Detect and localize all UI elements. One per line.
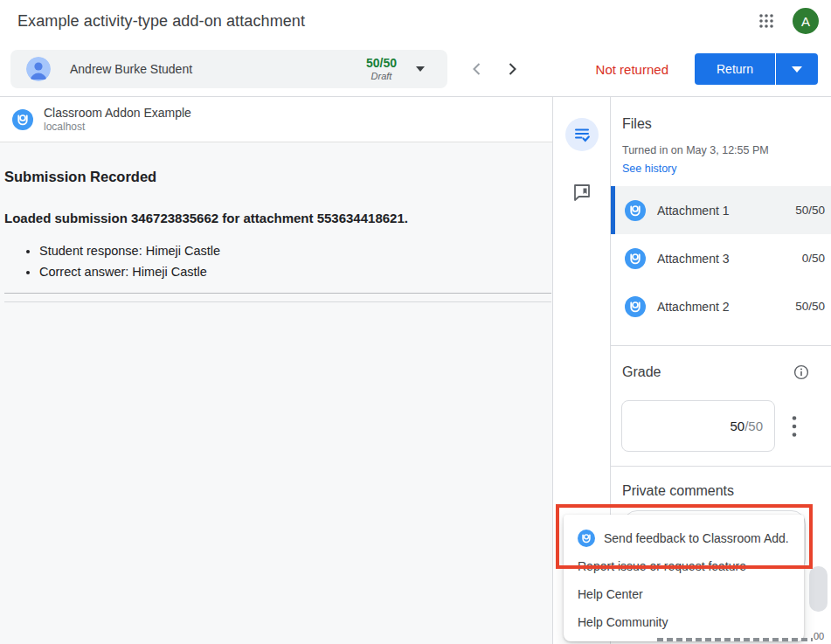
attachment-name: Attachment 1 <box>657 204 730 218</box>
addon-logo-icon <box>12 109 33 130</box>
chevron-down-icon <box>416 66 425 72</box>
divider <box>611 466 831 467</box>
addon-body: Submission Recorded Loaded submission 34… <box>0 142 552 644</box>
attachment-name: Attachment 2 <box>657 300 730 314</box>
addon-header: Classroom Addon Example localhost <box>0 97 552 142</box>
student-name: Andrew Burke Student <box>70 62 192 76</box>
submission-list: Student response: Himeji Castle Correct … <box>4 244 552 279</box>
list-item: Correct answer: Himeji Castle <box>39 265 552 279</box>
page-title: Example activity-type add-on attachment <box>17 12 305 31</box>
attachment-score: 0/50 <box>802 252 825 265</box>
return-button[interactable]: Return <box>695 53 775 85</box>
menu-item-label: Report issue or request feature <box>578 559 746 573</box>
turned-in-timestamp: Turned in on May 3, 12:55 PM <box>622 144 831 156</box>
menu-item-report-issue[interactable]: Report issue or request feature <box>564 552 804 580</box>
addon-file-icon <box>625 248 646 269</box>
clipped-text-row <box>657 638 813 641</box>
chevron-down-icon <box>792 66 802 73</box>
comments-tab-icon[interactable] <box>565 176 599 209</box>
return-split-button: Return <box>695 53 818 85</box>
menu-item-help-center[interactable]: Help Center <box>564 580 804 608</box>
menu-item-label: Send feedback to Classroom Add. <box>604 531 789 545</box>
grade-value: 50 <box>730 419 744 433</box>
addon-file-icon <box>625 200 646 221</box>
student-toolbar: Andrew Burke Student 50/50 Draft Not ret… <box>0 42 831 96</box>
kebab-menu-icon[interactable] <box>792 415 797 438</box>
files-title: Files <box>622 116 831 132</box>
addon-host: localhost <box>44 121 191 135</box>
next-student-button[interactable] <box>495 52 530 87</box>
grade-header: Grade <box>622 364 809 380</box>
addon-content-pane: Classroom Addon Example localhost Submis… <box>0 97 553 644</box>
attachment-score: 50/50 <box>795 204 825 217</box>
attachment-row[interactable]: Attachment 2 50/50 <box>611 282 831 330</box>
help-menu-popup: Send feedback to Classroom Add. Report i… <box>564 515 804 641</box>
classroom-grading-page: Example activity-type add-on attachment … <box>0 0 831 644</box>
grade-denominator: /50 <box>744 419 763 433</box>
clipped-text: 00 <box>814 631 824 641</box>
submission-details: Loaded submission 346723835662 for attac… <box>4 211 552 225</box>
addon-titles: Classroom Addon Example localhost <box>44 105 191 135</box>
info-icon[interactable] <box>793 364 809 380</box>
addon-logo-icon <box>578 530 595 547</box>
account-avatar[interactable]: A <box>793 8 819 34</box>
student-grade-value: 50/50 <box>366 56 397 71</box>
attachment-score: 50/50 <box>795 300 825 313</box>
divider <box>4 301 551 302</box>
return-dropdown-button[interactable] <box>776 53 818 85</box>
addon-file-icon <box>625 296 646 317</box>
private-comments-title: Private comments <box>622 483 831 499</box>
list-item: Student response: Himeji Castle <box>39 244 552 258</box>
divider <box>4 293 551 294</box>
menu-item-label: Help Center <box>578 587 643 601</box>
divider <box>611 345 831 346</box>
sidebar-scrollbar[interactable] <box>809 566 828 612</box>
attachment-row[interactable]: Attachment 3 0/50 <box>611 234 831 282</box>
student-grade-status: Draft <box>371 71 392 82</box>
attachment-row[interactable]: Attachment 1 50/50 <box>611 186 831 234</box>
student-selector[interactable]: Andrew Burke Student 50/50 Draft <box>10 50 447 88</box>
avatar-letter: A <box>801 14 810 29</box>
attachment-name: Attachment 3 <box>657 252 730 266</box>
grade-row: 50 /50 <box>621 400 831 452</box>
menu-item-send-feedback[interactable]: Send feedback to Classroom Add. <box>564 524 804 552</box>
grading-tab-icon[interactable] <box>565 118 599 151</box>
student-avatar-icon <box>26 57 51 81</box>
status-badge: Not returned <box>596 62 668 77</box>
menu-item-help-community[interactable]: Help Community <box>564 608 804 636</box>
attachment-list: Attachment 1 50/50 Attachment 3 0/50 <box>611 186 831 330</box>
grade-title: Grade <box>622 364 661 380</box>
previous-student-button[interactable] <box>460 52 495 87</box>
top-header: Example activity-type add-on attachment … <box>0 0 831 42</box>
see-history-link[interactable]: See history <box>622 163 677 175</box>
menu-item-label: Help Community <box>578 615 668 629</box>
submission-heading: Submission Recorded <box>4 169 552 185</box>
student-grade-summary: 50/50 Draft <box>366 56 397 82</box>
apps-grid-icon[interactable] <box>756 10 777 31</box>
header-actions: A <box>756 8 819 34</box>
addon-title: Classroom Addon Example <box>44 105 191 121</box>
grade-input[interactable]: 50 /50 <box>621 400 775 452</box>
